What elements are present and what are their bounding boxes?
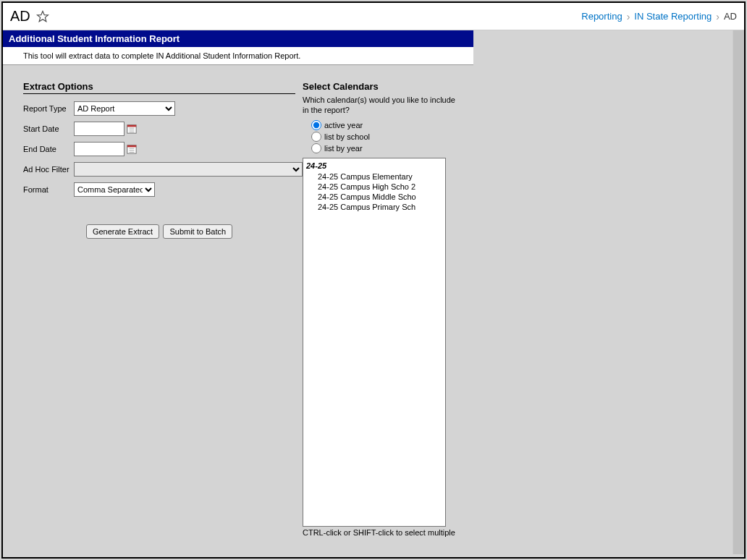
multiselect-hint: CTRL-click or SHIFT-click to select mult… [303, 528, 463, 537]
start-date-label: Start Date [23, 124, 74, 133]
scrollbar-thumb[interactable] [733, 30, 744, 554]
calendar-listbox[interactable]: 24-25 24-25 Campus Elementary 24-25 Camp… [303, 158, 446, 527]
calendar-icon[interactable] [126, 123, 138, 135]
extract-options-heading: Extract Options [23, 81, 295, 94]
radio-list-by-year-input[interactable] [311, 143, 321, 153]
svg-rect-7 [127, 145, 136, 148]
header-bar: AD Reporting › IN State Reporting › AD [3, 3, 744, 30]
breadcrumb-current: AD [724, 11, 737, 22]
calendar-item[interactable]: 24-25 Campus High Scho 2 [303, 182, 445, 192]
radio-list-by-school-input[interactable] [311, 132, 321, 142]
radio-active-year-input[interactable] [311, 120, 321, 130]
svg-rect-2 [127, 125, 136, 127]
chevron-right-icon: › [714, 11, 721, 22]
radio-list-by-year-label: list by year [324, 144, 363, 153]
page-title: AD [10, 8, 49, 25]
page-scrollbar[interactable] [733, 30, 744, 554]
calendar-item[interactable]: 24-25 Campus Elementary [303, 171, 445, 182]
format-label: Format [23, 185, 74, 194]
select-calendars-description: Which calendar(s) would you like to incl… [303, 95, 463, 116]
page-title-text: AD [10, 8, 30, 25]
calendar-item[interactable]: 24-25 Campus Primary Sch [303, 202, 445, 212]
report-banner: Additional Student Information Report [3, 30, 473, 47]
select-calendars-heading: Select Calendars [303, 81, 463, 92]
chevron-right-icon: › [625, 11, 632, 22]
end-date-label: End Date [23, 145, 74, 153]
svg-marker-0 [37, 11, 48, 21]
favorite-star-icon[interactable] [36, 10, 49, 23]
radio-list-by-school-label: list by school [324, 132, 370, 141]
report-description: This tool will extract data to complete … [3, 47, 473, 64]
report-type-select[interactable]: AD Report [74, 101, 175, 116]
start-date-input[interactable] [74, 122, 124, 136]
calendar-year-group[interactable]: 24-25 [303, 160, 445, 171]
calendar-icon[interactable] [126, 143, 138, 155]
radio-active-year-label: active year [324, 121, 363, 130]
end-date-input[interactable] [74, 142, 124, 156]
submit-to-batch-button[interactable]: Submit to Batch [163, 224, 232, 239]
radio-active-year[interactable]: active year [311, 120, 463, 130]
radio-list-by-year[interactable]: list by year [311, 143, 463, 153]
radio-list-by-school[interactable]: list by school [311, 132, 463, 142]
adhoc-filter-label: Ad Hoc Filter [23, 165, 74, 174]
breadcrumb-reporting[interactable]: Reporting [581, 11, 622, 22]
breadcrumb-state-reporting[interactable]: IN State Reporting [634, 11, 712, 22]
calendar-item[interactable]: 24-25 Campus Middle Scho [303, 192, 445, 202]
adhoc-filter-select[interactable] [74, 162, 303, 177]
generate-extract-button[interactable]: Generate Extract [86, 224, 159, 239]
report-type-label: Report Type [23, 104, 74, 113]
format-select[interactable]: Comma Separated [74, 182, 155, 197]
breadcrumb: Reporting › IN State Reporting › AD [581, 11, 737, 22]
